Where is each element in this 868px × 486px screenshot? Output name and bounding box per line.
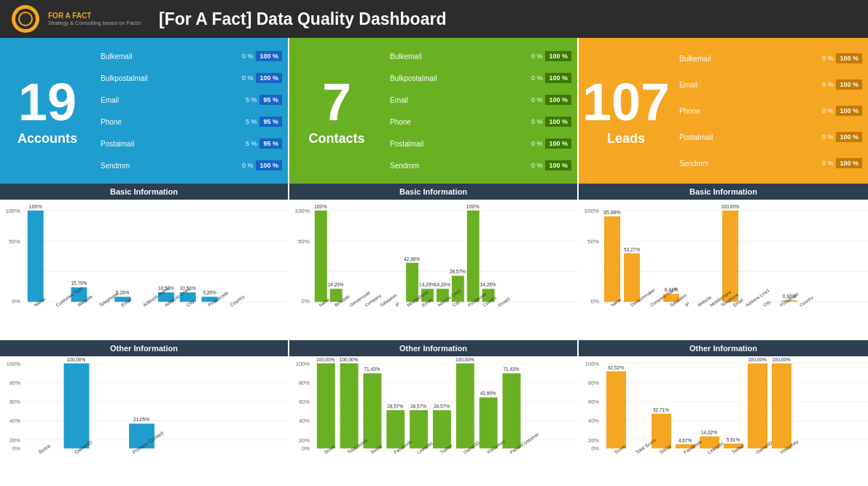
svg-text:Country: Country xyxy=(799,295,814,307)
stat-row: Email 0 % 100 % xyxy=(390,95,571,105)
svg-rect-100 xyxy=(340,364,359,449)
leads-top-panel: 107 Leads Bulkemail 0 % 100 % Email 0 % … xyxy=(579,38,868,184)
stat-row: Postalmail 5 % 95 % xyxy=(101,138,282,149)
logo xyxy=(12,5,39,33)
header: FOR A FACT Strategy & Consulting based o… xyxy=(0,0,868,38)
accounts-column: 19 Accounts Bulkemail 0 % 100 % Bulkpost… xyxy=(0,38,289,486)
stat-row: Bulkemail 0 % 100 % xyxy=(390,51,571,61)
accounts-basic-label: Basic Information xyxy=(0,184,288,200)
accounts-big-number-area: 19 Accounts xyxy=(0,38,95,184)
svg-text:20%: 20% xyxy=(299,437,310,444)
svg-text:5,26%: 5,26% xyxy=(203,290,216,295)
svg-text:4,67%: 4,67% xyxy=(679,438,692,443)
svg-text:80%: 80% xyxy=(588,380,599,386)
svg-text:60%: 60% xyxy=(588,399,599,405)
svg-text:100%: 100% xyxy=(585,361,600,367)
contacts-stats: Bulkemail 0 % 100 % Bulkpostalmail 0 % 1… xyxy=(384,38,577,184)
svg-text:0%: 0% xyxy=(12,445,20,452)
svg-text:100%: 100% xyxy=(6,208,20,214)
main-grid: 19 Accounts Bulkemail 0 % 100 % Bulkpost… xyxy=(0,38,868,486)
svg-text:40%: 40% xyxy=(9,418,20,425)
svg-text:0%: 0% xyxy=(301,298,309,305)
svg-rect-134 xyxy=(624,254,640,302)
contacts-big-number-area: 7 Contacts xyxy=(289,38,384,184)
svg-rect-106 xyxy=(410,410,428,449)
svg-rect-114 xyxy=(503,373,521,448)
svg-rect-104 xyxy=(386,410,404,449)
svg-text:21,05%: 21,05% xyxy=(133,418,149,423)
stat-row: Sendmm 0 % 100 % xyxy=(390,160,571,171)
accounts-label: Accounts xyxy=(17,131,77,146)
svg-text:53,27%: 53,27% xyxy=(624,247,640,252)
leads-number: 107 xyxy=(582,76,670,128)
leads-column: 107 Leads Bulkemail 0 % 100 % Email 0 % … xyxy=(579,38,868,486)
svg-text:14,29%: 14,29% xyxy=(328,282,344,287)
svg-rect-70 xyxy=(467,211,480,302)
accounts-number: 19 xyxy=(18,76,77,128)
leads-basic-chart: 100% 50% 0% 85,98% 53,27% 8,41% 100 xyxy=(579,200,868,340)
svg-text:60%: 60% xyxy=(299,399,310,405)
svg-text:32,71%: 32,71% xyxy=(653,407,669,412)
svg-rect-44 xyxy=(64,364,90,449)
leads-basic-label: Basic Information xyxy=(579,184,868,200)
stat-row: Sendmm 0 % 100 % xyxy=(679,158,862,168)
stat-row: Bulkpostalmail 0 % 100 % xyxy=(390,73,571,83)
stat-row: Sendmm 0 % 100 % xyxy=(101,160,282,171)
accounts-other-label: Other Information xyxy=(0,340,288,356)
svg-text:100%: 100% xyxy=(584,208,599,214)
stat-row: Phone 0 % 100 % xyxy=(390,117,571,127)
leads-label: Leads xyxy=(607,131,645,146)
contacts-label: Contacts xyxy=(308,131,364,146)
svg-text:100,00%: 100,00% xyxy=(67,357,86,362)
svg-text:100%: 100% xyxy=(7,361,20,367)
contacts-other-label: Other Information xyxy=(289,340,577,356)
svg-text:80%: 80% xyxy=(299,380,310,386)
contacts-basic-chart: 100% 50% 0% 100% 14,29% 42,86% 14,2 xyxy=(289,200,577,340)
accounts-top-panel: 19 Accounts Bulkemail 0 % 100 % Bulkpost… xyxy=(0,38,288,184)
leads-other-chart: 100% 80% 60% 40% 20% 0% 92,52% 32,71% 4,… xyxy=(579,356,868,486)
stat-row: Bulkemail 0 % 100 % xyxy=(101,51,282,61)
svg-text:100,00%: 100,00% xyxy=(748,357,767,362)
svg-rect-166 xyxy=(606,371,626,448)
svg-text:28,57%: 28,57% xyxy=(410,404,426,409)
contacts-basic-label: Basic Information xyxy=(289,184,577,200)
svg-rect-176 xyxy=(748,364,767,449)
svg-text:Country: Country xyxy=(229,294,246,308)
svg-text:50%: 50% xyxy=(9,238,20,245)
svg-rect-58 xyxy=(315,211,327,302)
svg-text:100,00%: 100,00% xyxy=(772,357,791,362)
svg-text:28,57%: 28,57% xyxy=(450,269,466,274)
svg-text:14,29%: 14,29% xyxy=(434,282,450,287)
svg-text:0%: 0% xyxy=(302,445,310,452)
svg-text:28,57%: 28,57% xyxy=(434,404,450,409)
svg-text:100%: 100% xyxy=(29,204,42,209)
svg-text:5,61%: 5,61% xyxy=(727,437,740,442)
accounts-basic-chart: 100% 50% 0% 100% 15,79% 5,26% xyxy=(0,200,288,340)
svg-text:100%: 100% xyxy=(466,204,480,209)
svg-text:28,57%: 28,57% xyxy=(387,404,403,409)
svg-rect-7 xyxy=(28,211,44,302)
svg-text:100,00%: 100,00% xyxy=(316,357,335,362)
svg-text:50%: 50% xyxy=(587,238,599,245)
contacts-top-panel: 7 Contacts Bulkemail 0 % 100 % Bulkposta… xyxy=(289,38,577,184)
svg-text:100%: 100% xyxy=(296,361,310,367)
svg-text:14,02%: 14,02% xyxy=(701,430,717,435)
svg-text:80%: 80% xyxy=(9,380,20,386)
svg-text:15,79%: 15,79% xyxy=(71,281,87,286)
stat-row: Phone 5 % 95 % xyxy=(101,117,282,127)
stat-row: Phone 0 % 100 % xyxy=(679,106,862,116)
svg-text:42,86%: 42,86% xyxy=(480,391,496,396)
svg-text:IP: IP xyxy=(684,302,690,307)
svg-rect-112 xyxy=(480,397,498,448)
svg-text:50%: 50% xyxy=(298,238,310,245)
accounts-other-chart: 100% 80% 60% 40% 20% 0% 100,00% 21,05% S… xyxy=(0,356,288,486)
accounts-stats: Bulkemail 0 % 100 % Bulkpostalmail 0 % 1… xyxy=(95,38,288,184)
svg-text:100%: 100% xyxy=(295,208,310,214)
svg-text:14,28%: 14,28% xyxy=(480,282,496,287)
svg-text:Score: Score xyxy=(37,443,51,455)
logo-text-block: FOR A FACT Strategy & Consulting based o… xyxy=(48,12,141,26)
leads-stats: Bulkemail 0 % 100 % Email 0 % 100 % Phon… xyxy=(673,38,868,184)
stat-row: Postalmail 0 % 100 % xyxy=(390,138,571,149)
svg-text:42,86%: 42,86% xyxy=(404,256,420,262)
svg-rect-98 xyxy=(317,364,335,449)
